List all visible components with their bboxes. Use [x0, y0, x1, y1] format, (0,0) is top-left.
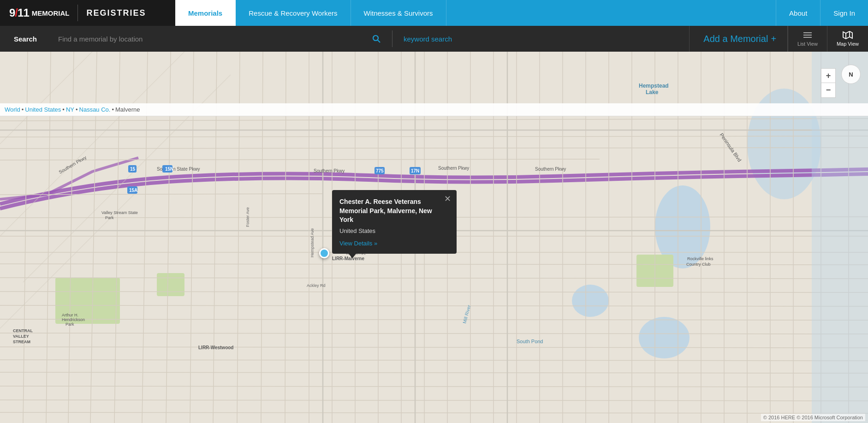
logo-registries: REGISTRIES: [86, 8, 146, 18]
breadcrumb-sep-2: •: [76, 106, 78, 113]
add-memorial-button[interactable]: Add a Memorial +: [689, 26, 787, 52]
search-icon[interactable]: [364, 34, 388, 43]
svg-text:VALLEY: VALLEY: [13, 334, 29, 339]
svg-text:15N: 15N: [165, 167, 173, 172]
zoom-controls: + −: [821, 68, 836, 98]
svg-text:CENTRAL: CENTRAL: [13, 328, 33, 333]
svg-text:Foster Ave: Foster Ave: [245, 207, 250, 227]
logo-slash: /: [15, 6, 18, 19]
svg-point-11: [639, 317, 690, 358]
map-pin[interactable]: [319, 248, 329, 258]
keyword-search-input[interactable]: [396, 35, 498, 43]
add-memorial-plus-icon: +: [771, 34, 776, 44]
top-navigation: 9/11 MEMORIAL REGISTRIES Memorials Rescu…: [0, 0, 868, 26]
svg-rect-14: [157, 273, 184, 296]
svg-text:Southern Pkwy: Southern Pkwy: [535, 167, 566, 172]
svg-text:Park: Park: [65, 322, 74, 327]
popup-title: Chester A. Reese Veterans Memorial Park,…: [339, 197, 440, 225]
svg-text:17N: 17N: [411, 168, 419, 173]
nav-sign-in[interactable]: Sign In: [820, 0, 868, 26]
svg-text:Valley Stream State: Valley Stream State: [101, 210, 138, 215]
nav-rescue-workers[interactable]: Rescue & Recovery Workers: [236, 0, 351, 26]
breadcrumb-bar: World • United States • NY • Nassau Co. …: [0, 103, 868, 116]
svg-point-10: [572, 285, 609, 317]
svg-text:Country Club: Country Club: [686, 262, 711, 267]
add-memorial-label: Add a Memorial: [703, 34, 768, 44]
location-search-input[interactable]: [51, 26, 364, 52]
svg-text:Southern Pkwy: Southern Pkwy: [314, 168, 345, 173]
svg-text:Southern Pkwy: Southern Pkwy: [438, 166, 469, 171]
logo-memorial: MEMORIAL: [32, 9, 70, 17]
svg-text:Rockville links: Rockville links: [687, 256, 713, 261]
logo-divider: [77, 5, 78, 21]
svg-text:Lake: Lake: [646, 89, 659, 95]
compass-control[interactable]: N: [841, 65, 861, 84]
svg-point-0: [373, 36, 378, 41]
popup-country: United States: [339, 227, 449, 234]
nav-about[interactable]: About: [776, 0, 820, 26]
search-label: Search: [0, 35, 51, 43]
breadcrumb-malverne[interactable]: Malverne: [115, 106, 140, 113]
svg-text:15: 15: [130, 167, 136, 172]
svg-text:Ackley Rd: Ackley Rd: [307, 283, 326, 288]
logo-area: 9/11 MEMORIAL REGISTRIES: [0, 0, 175, 26]
search-divider: [392, 30, 392, 47]
svg-marker-5: [843, 31, 852, 39]
view-toggle: List View Map View: [787, 26, 868, 52]
popup-view-details-link[interactable]: View Details »: [339, 240, 377, 247]
list-view-button[interactable]: List View: [788, 26, 827, 52]
svg-text:775: 775: [376, 168, 384, 173]
breadcrumb-world[interactable]: World: [5, 106, 20, 113]
map-popup: ✕ Chester A. Reese Veterans Memorial Par…: [332, 190, 457, 254]
svg-text:Arthur H.: Arthur H.: [62, 313, 78, 317]
zoom-out-button[interactable]: −: [821, 83, 836, 98]
pin-circle: [319, 248, 329, 258]
breadcrumb-sep-3: •: [112, 106, 114, 113]
breadcrumb-nassau[interactable]: Nassau Co.: [79, 106, 111, 113]
search-bar: Search Add a Memorial + List View: [0, 26, 868, 52]
popup-close-button[interactable]: ✕: [444, 195, 451, 203]
breadcrumb-us[interactable]: United States: [25, 106, 61, 113]
svg-line-1: [378, 40, 380, 42]
svg-text:Hendrickson: Hendrickson: [62, 317, 85, 322]
nav-witnesses-survivors[interactable]: Witnesses & Survivors: [351, 0, 446, 26]
svg-text:Hempstead: Hempstead: [639, 83, 669, 89]
breadcrumb-sep-1: •: [62, 106, 65, 113]
breadcrumb-sep-0: •: [22, 106, 24, 113]
right-nav: About Sign In: [776, 0, 868, 26]
nav-memorials[interactable]: Memorials: [175, 0, 236, 26]
svg-text:15A: 15A: [129, 188, 137, 193]
map-view-label: Map View: [837, 41, 859, 47]
svg-text:LIRR-Westwood: LIRR-Westwood: [198, 345, 233, 350]
map-container[interactable]: Southern Pkwy Southern State Pkwy Southe…: [0, 52, 868, 423]
zoom-in-button[interactable]: +: [821, 68, 836, 83]
map-view-button[interactable]: Map View: [827, 26, 868, 52]
svg-text:STREAM: STREAM: [13, 340, 30, 344]
logo-911: 9/11: [9, 6, 29, 19]
breadcrumb-ny[interactable]: NY: [66, 106, 74, 113]
svg-text:Hempstead Ave: Hempstead Ave: [310, 228, 315, 257]
compass-label: N: [849, 71, 853, 78]
svg-text:Park: Park: [105, 215, 114, 220]
copyright-text: © 2016 HERE © 2016 Microsoft Corporation: [761, 414, 865, 421]
list-view-label: List View: [797, 41, 818, 47]
svg-text:South Pond: South Pond: [517, 339, 543, 344]
